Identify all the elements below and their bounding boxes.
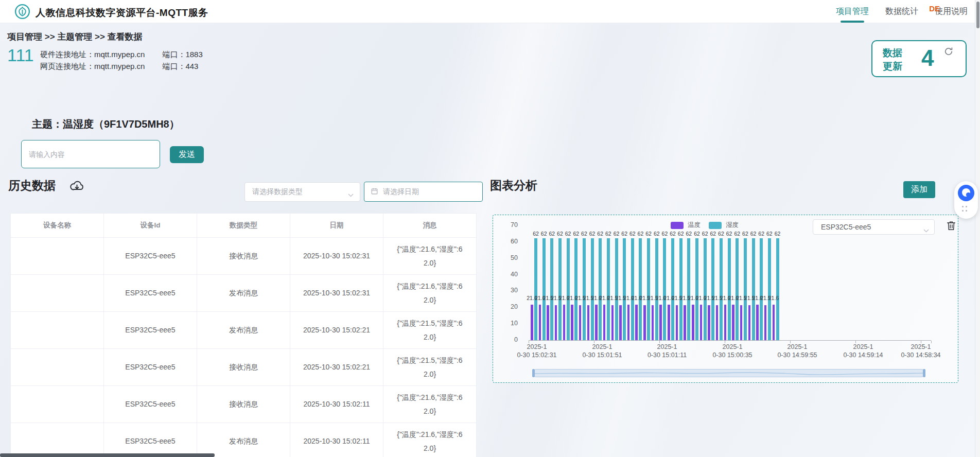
humidity-value-label: 62: [654, 231, 660, 237]
horizontal-scrollbar-thumb[interactable]: [0, 453, 215, 457]
temperature-bar[interactable]: [539, 305, 541, 340]
history-title: 历史数据: [8, 178, 56, 194]
temperature-bar[interactable]: [571, 305, 573, 340]
temperature-bar[interactable]: [724, 305, 727, 340]
temperature-bar[interactable]: [587, 305, 590, 340]
temperature-bar[interactable]: [748, 305, 751, 340]
temperature-bar[interactable]: [579, 305, 582, 340]
temperature-bar[interactable]: [716, 305, 719, 340]
humidity-bar[interactable]: [567, 238, 570, 340]
drag-handle-dots-icon[interactable]: [962, 206, 970, 212]
x-axis-line: [529, 340, 931, 341]
y-axis-tick-label: 30: [497, 287, 518, 294]
temperature-bar[interactable]: [764, 305, 767, 340]
temperature-bar[interactable]: [627, 305, 630, 340]
temperature-bar[interactable]: [740, 305, 743, 340]
humidity-bar[interactable]: [663, 238, 666, 340]
legend-temperature-label[interactable]: 温度: [688, 221, 701, 230]
humidity-bar[interactable]: [752, 238, 755, 340]
humidity-bar[interactable]: [776, 238, 779, 340]
humidity-bar[interactable]: [591, 238, 594, 340]
table-cell: [11, 386, 104, 423]
temperature-bar[interactable]: [684, 305, 686, 340]
humidity-bar[interactable]: [736, 238, 739, 340]
datazoom-slider[interactable]: [532, 369, 925, 377]
humidity-bar[interactable]: [687, 238, 690, 340]
device-select[interactable]: ESP32C5-eee5: [813, 219, 935, 235]
data-refresh-box[interactable]: 数据更新 4: [871, 40, 967, 77]
table-cell: [11, 312, 104, 349]
temperature-bar[interactable]: [611, 305, 614, 340]
humidity-bar[interactable]: [768, 238, 771, 340]
temperature-bar[interactable]: [668, 305, 670, 340]
humidity-bar[interactable]: [550, 238, 553, 340]
humidity-bar[interactable]: [558, 238, 562, 340]
add-chart-button[interactable]: 添加: [903, 181, 935, 198]
temperature-bar[interactable]: [603, 305, 606, 340]
table-cell: ESP32C5-eee5: [104, 349, 197, 386]
temperature-bar[interactable]: [563, 305, 566, 340]
download-icon[interactable]: [69, 178, 85, 196]
humidity-bar[interactable]: [534, 238, 537, 340]
temperature-bar[interactable]: [652, 305, 654, 340]
humidity-bar[interactable]: [760, 238, 763, 340]
vertical-scrollbar[interactable]: [975, 0, 980, 457]
humidity-bar[interactable]: [728, 238, 731, 340]
humidity-bar[interactable]: [711, 238, 714, 340]
humidity-bar[interactable]: [639, 238, 642, 340]
date-picker-input[interactable]: 请选择日期: [364, 182, 483, 202]
humidity-bar[interactable]: [631, 238, 634, 340]
legend-humidity-label[interactable]: 湿度: [726, 221, 739, 230]
humidity-value-label: 62: [702, 231, 708, 237]
vertical-scrollbar-thumb[interactable]: [976, 2, 979, 28]
temperature-bar[interactable]: [732, 305, 734, 340]
temperature-bar[interactable]: [708, 305, 710, 340]
humidity-bar[interactable]: [542, 238, 546, 340]
send-button[interactable]: 发送: [170, 146, 204, 163]
assistant-icon[interactable]: [957, 184, 975, 204]
humidity-bar[interactable]: [647, 238, 650, 340]
temperature-bar[interactable]: [773, 305, 775, 340]
humidity-bar[interactable]: [615, 238, 618, 340]
table-cell: 2025-10-30 15:02:31: [290, 238, 383, 275]
humidity-bar[interactable]: [679, 238, 682, 340]
temperature-bar[interactable]: [692, 305, 694, 340]
nav-item-data-statistics[interactable]: 数据统计: [885, 6, 918, 17]
humidity-bar[interactable]: [744, 238, 747, 340]
temperature-bar[interactable]: [619, 305, 622, 340]
temperature-bar[interactable]: [635, 305, 638, 340]
temperature-bar[interactable]: [595, 305, 598, 340]
temperature-bar[interactable]: [700, 305, 703, 340]
refresh-icon[interactable]: [943, 46, 954, 59]
humidity-bar[interactable]: [607, 238, 610, 340]
humidity-bar[interactable]: [583, 238, 586, 340]
nav-item-usage-guide[interactable]: 使用说明: [935, 6, 968, 17]
humidity-bar[interactable]: [720, 238, 723, 340]
humidity-bar[interactable]: [574, 238, 577, 340]
humidity-value-label: 62: [573, 231, 579, 237]
temperature-bar[interactable]: [531, 305, 533, 340]
humidity-bar[interactable]: [655, 238, 658, 340]
datazoom-left-handle[interactable]: [532, 369, 535, 377]
humidity-value-label: 62: [597, 231, 603, 237]
data-type-select[interactable]: 请选择数据类型: [244, 182, 360, 202]
temperature-bar[interactable]: [555, 305, 557, 340]
humidity-bar[interactable]: [671, 238, 674, 340]
humidity-bar[interactable]: [704, 238, 707, 340]
nav-item-project-management[interactable]: 项目管理: [836, 6, 869, 17]
temperature-bar[interactable]: [659, 305, 662, 340]
legend-humidity-swatch[interactable]: [709, 222, 722, 229]
temperature-bar[interactable]: [756, 305, 759, 340]
legend-temperature-swatch[interactable]: [671, 222, 684, 229]
message-input[interactable]: [21, 140, 160, 168]
temperature-bar[interactable]: [676, 305, 678, 340]
datazoom-right-handle[interactable]: [923, 369, 925, 377]
temperature-bar[interactable]: [547, 305, 549, 340]
delete-chart-icon[interactable]: [946, 220, 957, 231]
floating-assistant-widget[interactable]: [954, 181, 978, 219]
humidity-bar[interactable]: [695, 238, 698, 340]
chevron-down-icon: [923, 226, 929, 234]
temperature-bar[interactable]: [643, 305, 646, 340]
humidity-bar[interactable]: [623, 238, 626, 340]
humidity-bar[interactable]: [599, 238, 602, 340]
